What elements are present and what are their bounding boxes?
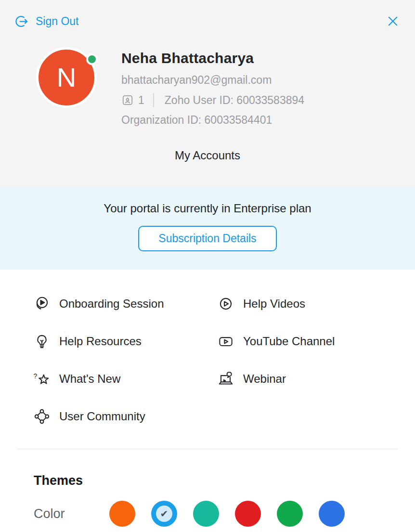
- help-resources-link[interactable]: Help Resources: [33, 331, 217, 351]
- webinar-link[interactable]: Webinar: [217, 369, 335, 389]
- whats-new-link[interactable]: ? What's New: [33, 369, 217, 389]
- selected-check-icon: ✔: [156, 506, 172, 522]
- color-label: Color: [34, 506, 109, 521]
- subscription-details-button[interactable]: Subscription Details: [138, 226, 276, 251]
- user-name: Neha Bhattacharya: [121, 50, 304, 66]
- user-email: bhattacharyan902@gmail.com: [121, 74, 304, 87]
- themes-section: Themes Color ✔: [0, 449, 415, 527]
- sign-out-button[interactable]: Sign Out: [15, 15, 79, 28]
- link-label: What's New: [59, 372, 120, 386]
- youtube-channel-icon: [217, 332, 235, 350]
- onboarding-session-icon: [33, 295, 51, 313]
- color-swatches: ✔: [109, 501, 345, 527]
- profile-section: N Neha Bhattacharya bhattacharyan902@gma…: [36, 47, 415, 127]
- color-swatch-teal[interactable]: [193, 501, 219, 527]
- user-badge-icon: [121, 94, 134, 106]
- user-id-row: 1 Zoho User ID: 60033583894: [121, 93, 304, 107]
- theme-color-row: Color ✔: [34, 501, 415, 527]
- help-videos-link[interactable]: Help Videos: [217, 294, 335, 314]
- themes-title: Themes: [34, 473, 415, 488]
- color-swatch-green[interactable]: [277, 501, 303, 527]
- help-resources-icon: [33, 332, 51, 350]
- plan-message: Your portal is currently in Enterprise p…: [0, 202, 415, 215]
- organization-id: Organization ID: 60033584401: [121, 114, 304, 127]
- account-header: Sign Out N Neha Bhattacharya bhattachary…: [0, 0, 415, 187]
- color-swatch-orange[interactable]: [109, 501, 135, 527]
- link-label: Onboarding Session: [59, 297, 164, 311]
- sign-out-icon: [15, 15, 28, 28]
- profile-info: Neha Bhattacharya bhattacharyan902@gmail…: [121, 47, 304, 127]
- link-label: User Community: [59, 410, 145, 423]
- webinar-icon: [217, 370, 235, 388]
- close-icon: [386, 14, 400, 28]
- avatar[interactable]: N: [36, 47, 97, 108]
- color-swatch-royal-blue[interactable]: [319, 501, 345, 527]
- help-links-right-column: Help Videos YouTube Channel Webinar: [217, 294, 335, 427]
- color-swatch-blue-selected[interactable]: ✔: [151, 501, 177, 527]
- user-community-icon: [33, 407, 51, 426]
- zoho-user-id: Zoho User ID: 60033583894: [165, 94, 304, 107]
- online-status-dot: [86, 53, 98, 65]
- link-label: YouTube Channel: [243, 335, 335, 348]
- sign-out-label: Sign Out: [36, 15, 79, 28]
- svg-text:?: ?: [34, 373, 38, 380]
- vertical-divider: [153, 93, 154, 107]
- help-links: Onboarding Session Help Resources ? What…: [0, 270, 415, 427]
- link-label: Help Resources: [59, 335, 142, 348]
- whats-new-icon: ?: [33, 370, 51, 388]
- color-swatch-red[interactable]: [235, 501, 261, 527]
- link-label: Help Videos: [243, 297, 305, 311]
- youtube-channel-link[interactable]: YouTube Channel: [217, 331, 335, 351]
- close-button[interactable]: [385, 13, 401, 29]
- onboarding-session-link[interactable]: Onboarding Session: [33, 294, 217, 314]
- help-links-left-column: Onboarding Session Help Resources ? What…: [33, 294, 217, 427]
- user-community-link[interactable]: User Community: [33, 406, 217, 427]
- topbar: Sign Out: [0, 0, 415, 29]
- help-videos-icon: [217, 295, 235, 313]
- link-label: Webinar: [243, 372, 286, 386]
- user-count: 1: [138, 94, 144, 107]
- plan-banner: Your portal is currently in Enterprise p…: [0, 187, 415, 270]
- my-accounts-link[interactable]: My Accounts: [175, 149, 240, 162]
